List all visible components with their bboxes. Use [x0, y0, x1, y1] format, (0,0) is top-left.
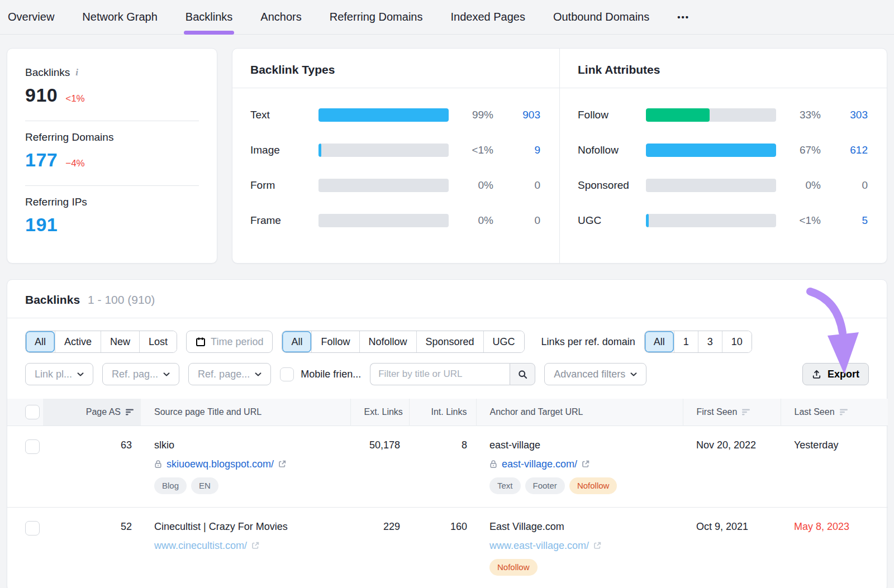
status-filter: All Active New Lost	[25, 331, 177, 353]
lpd-1[interactable]: 1	[674, 331, 698, 352]
panel-title: Backlinks	[25, 293, 80, 307]
tab-anchors[interactable]: Anchors	[260, 0, 301, 35]
column-header-page-as[interactable]: Page AS	[43, 399, 141, 426]
ref-page-dropdown-1[interactable]: Ref. pag...	[102, 363, 179, 385]
tab-backlinks[interactable]: Backlinks	[186, 0, 232, 35]
backlink-types-section: Backlink Types Text 99% 903 Image <1% 9 …	[232, 49, 559, 263]
section-title: Link Attributes	[560, 49, 887, 88]
lock-icon	[154, 460, 162, 469]
metric-referring-ips: Referring IPs 191	[25, 185, 199, 250]
status-all[interactable]: All	[26, 331, 55, 352]
mobile-friendly-label: Mobile frien...	[301, 369, 361, 380]
ext-links-value: 229	[350, 507, 409, 576]
metric-delta: <1%	[65, 93, 85, 104]
bar-fill	[646, 214, 649, 227]
bar-track	[318, 179, 449, 192]
result-range: 1 - 100 (910)	[88, 293, 155, 307]
target-url-link[interactable]: www.east-village.com/	[489, 540, 589, 552]
bar-row-sponsored: Sponsored 0% 0	[578, 179, 868, 192]
bar-row-form: Form 0% 0	[250, 179, 540, 192]
select-all-checkbox[interactable]	[25, 405, 40, 419]
export-button[interactable]: Export	[802, 363, 869, 385]
row-checkbox[interactable]	[25, 439, 40, 454]
status-lost[interactable]: Lost	[139, 331, 177, 352]
column-header-first-seen[interactable]: First Seen	[683, 399, 781, 426]
external-link-icon[interactable]	[278, 460, 286, 468]
external-link-icon[interactable]	[251, 542, 259, 549]
backlinks-panel: Backlinks 1 - 100 (910) All Active New L…	[7, 279, 887, 588]
tab-referring-domains[interactable]: Referring Domains	[330, 0, 423, 35]
external-link-icon[interactable]	[593, 542, 601, 549]
metric-value[interactable]: 191	[25, 214, 58, 236]
metric-label: Backlinks	[25, 66, 70, 79]
tab-outbound-domains[interactable]: Outbound Domains	[553, 0, 649, 35]
follow-follow[interactable]: Follow	[311, 331, 359, 352]
follow-filter: All Follow Nofollow Sponsored UGC	[282, 331, 524, 353]
lpd-all[interactable]: All	[645, 331, 674, 352]
links-per-domain-filter: All 1 3 10	[644, 331, 752, 353]
table-row: 63 slkio skiuoewq.blogspot.com/ Blog EN …	[7, 426, 888, 507]
export-upload-icon	[812, 370, 821, 379]
report-tab-bar: Overview Network Graph Backlinks Anchors…	[0, 0, 894, 35]
bar-row-nofollow: Nofollow 67% 612	[578, 144, 868, 157]
lock-icon	[489, 460, 497, 469]
source-page-title: slkio	[154, 439, 344, 451]
source-url-link[interactable]: www.cinecultist.com/	[154, 540, 247, 552]
bar-fill	[318, 108, 449, 122]
bar-track	[318, 144, 449, 157]
bar-track	[318, 108, 449, 122]
lpd-3[interactable]: 3	[698, 331, 722, 352]
advanced-filters-dropdown[interactable]: Advanced filters	[544, 363, 646, 385]
follow-all[interactable]: All	[282, 331, 311, 352]
anchor-text: East Village.com	[489, 521, 676, 533]
column-header-int-links: Int. Links	[409, 399, 476, 426]
sort-icon	[839, 409, 848, 415]
metric-backlinks: Backlinks i 910 <1%	[25, 56, 199, 121]
follow-ugc[interactable]: UGC	[483, 331, 524, 352]
status-new[interactable]: New	[101, 331, 139, 352]
table-row: 52 Cinecultist | Crazy For Movies www.ci…	[7, 507, 888, 576]
tab-network-graph[interactable]: Network Graph	[82, 0, 158, 35]
summary-cards-row: Backlinks i 910 <1% Referring Domains 17…	[7, 48, 887, 264]
bar-track	[646, 179, 776, 192]
time-period-button[interactable]: Time period	[186, 331, 273, 353]
section-title: Backlink Types	[232, 49, 559, 88]
metric-referring-domains: Referring Domains 177 −4%	[25, 121, 199, 185]
bar-row-image: Image <1% 9	[250, 144, 540, 157]
search-button[interactable]	[510, 363, 535, 385]
status-active[interactable]: Active	[55, 331, 101, 352]
row-checkbox[interactable]	[25, 521, 40, 536]
link-placement-dropdown[interactable]: Link pl...	[25, 363, 93, 385]
bar-track	[318, 214, 449, 227]
ext-links-value: 50,178	[350, 426, 409, 507]
chevron-down-icon	[255, 372, 261, 376]
target-url-link[interactable]: east-village.com/	[502, 458, 577, 470]
chevron-down-icon	[163, 372, 170, 376]
lpd-10[interactable]: 10	[722, 331, 752, 352]
ref-page-dropdown-2[interactable]: Ref. page...	[188, 363, 271, 385]
external-link-icon[interactable]	[582, 460, 589, 468]
title-url-filter	[370, 363, 535, 385]
link-attributes-section: Link Attributes Follow 33% 303 Nofollow …	[559, 49, 887, 263]
source-url-link[interactable]: skiuoewq.blogspot.com/	[167, 458, 274, 470]
metric-label: Referring IPs	[25, 196, 87, 208]
filter-input[interactable]	[370, 363, 510, 385]
totals-card: Backlinks i 910 <1% Referring Domains 17…	[7, 48, 217, 264]
follow-sponsored[interactable]: Sponsored	[416, 331, 483, 352]
page-as-value: 52	[43, 507, 141, 576]
source-page-title: Cinecultist | Crazy For Movies	[154, 521, 344, 533]
more-tabs-ellipsis-icon[interactable]: •••	[677, 0, 689, 35]
tab-indexed-pages[interactable]: Indexed Pages	[450, 0, 525, 35]
table-header-row: Page AS Source page Title and URL Ext. L…	[7, 399, 888, 426]
follow-nofollow[interactable]: Nofollow	[359, 331, 416, 352]
mobile-friendly-checkbox[interactable]	[280, 367, 294, 381]
info-icon[interactable]: i	[75, 67, 78, 78]
tab-overview[interactable]: Overview	[8, 0, 54, 35]
bar-fill	[318, 144, 321, 157]
links-per-domain-label: Links per ref. domain	[541, 336, 635, 348]
first-seen-date: Nov 20, 2022	[696, 439, 756, 451]
metric-value[interactable]: 177	[25, 149, 58, 171]
int-links-value: 8	[409, 426, 476, 507]
column-header-last-seen[interactable]: Last Seen	[781, 399, 888, 426]
nofollow-pill: Nofollow	[489, 559, 538, 576]
